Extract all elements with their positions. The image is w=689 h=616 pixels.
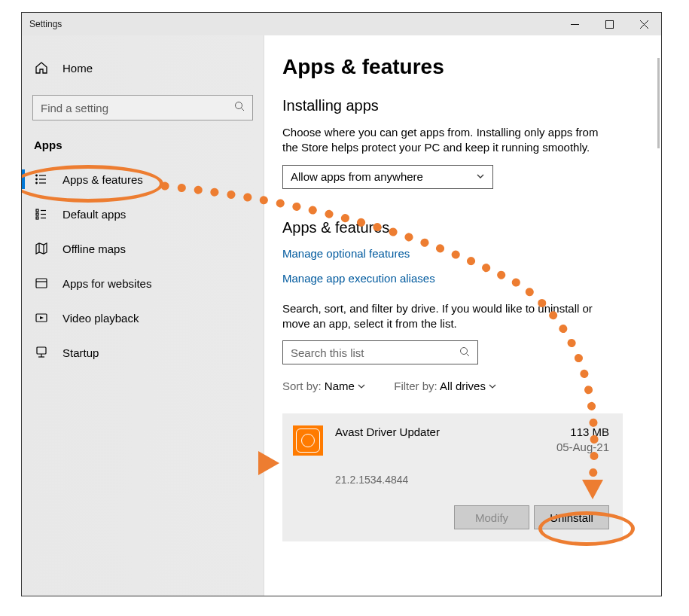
sidebar-item-video-playback[interactable]: Video playback	[22, 300, 264, 335]
sidebar-item-apps-for-websites[interactable]: Apps for websites	[22, 266, 264, 300]
filter-dropdown[interactable]: All drives	[440, 380, 496, 392]
web-app-icon	[34, 276, 49, 291]
svg-rect-1	[605, 20, 613, 28]
app-icon	[293, 425, 323, 456]
installing-body: Choose where you can get apps from. Inst…	[282, 125, 614, 156]
sort-dropdown[interactable]: Name	[325, 380, 365, 392]
sort-filter-row: Sort by: Name Filter by: All drives	[282, 380, 636, 392]
app-list-item[interactable]: Avast Driver Updater 113 MB 05-Aug-21 21…	[282, 413, 623, 541]
uninstall-button[interactable]: Uninstall	[534, 505, 609, 529]
app-source-select[interactable]: Allow apps from anywhere	[282, 165, 493, 189]
scrollbar[interactable]	[657, 58, 660, 148]
sidebar-item-default-apps[interactable]: Default apps	[22, 197, 264, 231]
app-name: Avast Driver Updater	[335, 425, 440, 438]
svg-line-28	[467, 353, 470, 356]
svg-line-5	[242, 108, 245, 111]
sidebar-item-label: Video playback	[62, 312, 139, 325]
sidebar-item-offline-maps[interactable]: Offline maps	[22, 231, 264, 266]
sidebar-item-label: Startup	[62, 346, 99, 359]
settings-window: Settings Home Fin	[21, 12, 662, 596]
chevron-down-icon	[476, 170, 485, 183]
defaults-icon	[34, 206, 49, 221]
filter-label: Filter by:	[394, 380, 437, 392]
app-search-placeholder: Search this list	[291, 346, 364, 359]
svg-point-11	[36, 182, 38, 184]
sidebar-search-input[interactable]: Find a setting	[32, 95, 253, 120]
svg-point-27	[461, 347, 468, 354]
startup-icon	[34, 345, 49, 360]
sort-label: Sort by:	[282, 380, 322, 392]
svg-point-9	[36, 178, 38, 180]
list-icon	[34, 172, 49, 187]
titlebar: Settings	[22, 13, 661, 35]
modify-button[interactable]: Modify	[454, 505, 529, 529]
svg-rect-24	[37, 347, 46, 354]
app-source-value: Allow apps from anywhere	[291, 170, 423, 183]
app-date: 05-Aug-21	[556, 441, 609, 453]
apps-subsection-heading: Apps & features	[282, 219, 636, 236]
main-content: Apps & features Installing apps Choose w…	[264, 35, 661, 596]
sidebar-item-label: Apps for websites	[62, 277, 151, 290]
home-icon	[34, 60, 49, 75]
svg-point-7	[36, 175, 38, 176]
svg-rect-13	[36, 209, 38, 212]
app-search-input[interactable]: Search this list	[282, 340, 478, 364]
manage-optional-link[interactable]: Manage optional features	[282, 247, 636, 260]
search-icon	[234, 101, 245, 114]
search-icon	[459, 346, 470, 359]
sidebar-item-apps-features[interactable]: Apps & features	[22, 162, 264, 197]
minimize-button[interactable]	[557, 13, 592, 35]
home-label: Home	[62, 62, 93, 75]
close-button[interactable]	[627, 13, 661, 35]
page-title: Apps & features	[282, 55, 636, 79]
svg-point-4	[236, 102, 242, 109]
sidebar-item-label: Default apps	[62, 208, 126, 221]
svg-rect-15	[36, 213, 38, 215]
maximize-button[interactable]	[592, 13, 627, 35]
map-icon	[34, 241, 49, 256]
search-body: Search, sort, and filter by drive. If yo…	[282, 301, 614, 332]
sidebar-item-startup[interactable]: Startup	[22, 335, 264, 370]
sidebar-search-placeholder: Find a setting	[41, 102, 108, 114]
installing-heading: Installing apps	[282, 97, 636, 114]
window-title: Settings	[22, 19, 62, 29]
sidebar-item-label: Offline maps	[62, 242, 126, 255]
home-nav[interactable]: Home	[22, 54, 264, 81]
sidebar-item-label: Apps & features	[62, 173, 143, 186]
svg-rect-17	[36, 217, 38, 219]
svg-rect-21	[36, 279, 47, 288]
app-version: 21.2.1534.4844	[335, 474, 609, 486]
sidebar: Home Find a setting Apps Apps & features	[22, 35, 264, 596]
manage-aliases-link[interactable]: Manage app execution aliases	[282, 272, 636, 285]
sidebar-section-label: Apps	[22, 139, 264, 151]
video-icon	[34, 310, 49, 325]
app-size: 113 MB	[570, 425, 609, 438]
